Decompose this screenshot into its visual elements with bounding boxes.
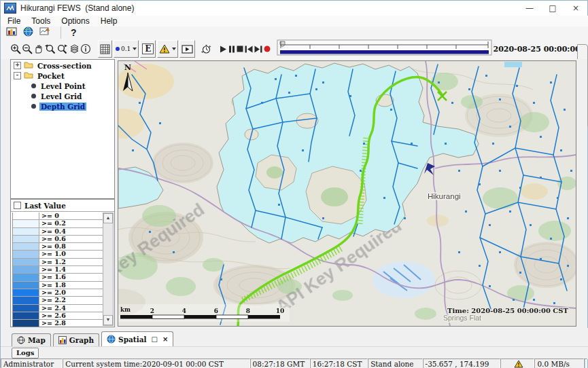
folder-icon <box>24 61 33 70</box>
timer-settings-icon[interactable] <box>201 41 212 57</box>
legend-scrollbar[interactable]: ▲ ▼ <box>103 213 114 326</box>
legend-toggle-button[interactable]: E <box>140 40 156 58</box>
spatial-map[interactable]: API Key Required API Key Required <box>118 60 576 327</box>
svg-text:km: km <box>120 306 131 313</box>
status-memory: 2.5 GB <box>584 358 587 368</box>
legend-swatch <box>13 282 39 289</box>
status-local-time: 16:27:18 CST <box>310 358 368 368</box>
map-display-globe-icon[interactable] <box>23 26 33 39</box>
logs-row: Logs <box>1 346 588 359</box>
play-button[interactable] <box>219 41 228 56</box>
animation-window-button[interactable] <box>179 40 195 58</box>
current-timestep-label: 2020-08-25 00:00:00 CST <box>493 45 588 54</box>
legend-label: >= 0.6 <box>39 236 103 242</box>
last-value-checkbox[interactable] <box>14 202 21 209</box>
status-system-time: Current system time:2020-09-01 00:00 CST <box>63 358 249 368</box>
legend-swatch <box>13 213 39 219</box>
minimize-button[interactable]: — <box>518 1 541 16</box>
window-title: Hikurangi FEWS (Stand alone) <box>20 3 134 13</box>
legend-swatch <box>13 243 39 250</box>
collapse-icon[interactable]: - <box>14 72 21 79</box>
tree-item-level-point[interactable]: Level Point <box>11 81 114 90</box>
contour-threshold-dropdown[interactable]: 0.1 <box>114 40 139 58</box>
status-coordinates: -35.657 , 174.199 <box>423 358 501 368</box>
tab-graph[interactable]: Graph <box>53 333 99 346</box>
legend-swatch <box>13 312 39 319</box>
grid-display-button[interactable] <box>98 40 112 58</box>
scroll-down-icon[interactable]: ▼ <box>103 315 113 325</box>
record-button[interactable] <box>263 41 271 56</box>
memory-label: 2.5 GB <box>587 360 587 368</box>
legend-swatch <box>13 320 39 327</box>
tab-map[interactable]: Map <box>12 333 51 346</box>
menu-file[interactable]: File <box>7 16 20 26</box>
map-time-label: Time: 2020-08-25 00:00:00 CST <box>447 307 569 314</box>
tree-item-depth-grid[interactable]: Depth Grid <box>11 102 114 111</box>
skip-to-start-button[interactable] <box>244 41 254 56</box>
menu-help[interactable]: Help <box>101 16 118 26</box>
tab-spatial-label: Spatial <box>118 335 146 344</box>
scroll-up-icon[interactable]: ▲ <box>103 213 113 223</box>
tab-spatial[interactable]: Spatial □ × <box>101 331 173 346</box>
tree-item-pocket[interactable]: - Pocket <box>11 71 114 80</box>
legend-row: >= 1.6 <box>13 274 103 281</box>
folder-open-icon <box>24 71 33 80</box>
tree-item-level-grid[interactable]: Level Grid <box>11 92 114 100</box>
legend-label: >= 2.2 <box>39 297 103 303</box>
node-bullet-icon <box>31 94 36 98</box>
legend-panel: Last Value >= 0 >= 0.2 >= 0.4 >= 0.6 >= … <box>10 199 115 327</box>
legend-row: >= 2.8 <box>13 320 103 327</box>
legend-swatch <box>13 289 39 296</box>
warning-dropdown-button[interactable] <box>157 40 178 58</box>
menu-options[interactable]: Options <box>61 16 89 26</box>
spatial-globe-icon <box>107 335 116 344</box>
tree-item-cross-section[interactable]: + Cross-section <box>11 61 114 70</box>
timeseries-chart-icon[interactable] <box>39 26 51 39</box>
status-mode: Stand alone <box>368 358 422 368</box>
warning-icon <box>514 360 523 368</box>
title-bar: Hikurangi FEWS (Stand alone) — □ × <box>1 1 587 16</box>
pause-button[interactable] <box>228 41 236 56</box>
explorer-icon[interactable] <box>6 26 17 39</box>
info-button[interactable] <box>80 41 91 57</box>
legend-e-icon: E <box>142 43 154 54</box>
warning-icon <box>159 44 170 54</box>
help-button[interactable]: ? <box>71 27 77 38</box>
zoom-previous-button[interactable] <box>44 41 56 57</box>
close-button[interactable]: × <box>564 1 587 16</box>
maximize-button[interactable]: □ <box>541 1 564 16</box>
top-toolbar: ? <box>1 26 588 39</box>
menu-tools[interactable]: Tools <box>31 16 50 26</box>
logs-button[interactable]: Logs <box>12 348 39 358</box>
threshold-dot-icon <box>116 47 120 51</box>
tab-maximize-icon[interactable]: □ <box>151 335 157 343</box>
legend-label: >= 2.4 <box>39 305 103 312</box>
svg-text:N: N <box>124 63 131 72</box>
legend-label: >= 0.4 <box>39 228 103 235</box>
expand-icon[interactable]: + <box>14 62 21 69</box>
zoom-next-button[interactable] <box>56 41 69 57</box>
status-bar: Administrator Current system time:2020-0… <box>1 358 587 368</box>
legend-row: >= 0.2 <box>13 220 103 227</box>
time-slider[interactable] <box>277 39 493 59</box>
legend-swatch <box>13 259 39 265</box>
skip-to-end-button[interactable] <box>254 41 263 56</box>
main-area: + Cross-section - Pocket Level Point Lev… <box>1 59 587 328</box>
layers-icon[interactable] <box>69 41 80 57</box>
filters-tree-panel: + Cross-section - Pocket Level Point Lev… <box>10 59 115 199</box>
tree-item-label: Cross-section <box>36 62 93 70</box>
tree-item-label: Level Grid <box>39 92 83 100</box>
globe-wire-icon <box>17 336 25 344</box>
stop-button[interactable] <box>236 41 244 56</box>
tree-item-label: Pocket <box>36 72 66 80</box>
legend-label: >= 0 <box>39 213 103 219</box>
legend-row: >= 2.2 <box>13 297 103 304</box>
tab-close-icon[interactable]: × <box>162 335 168 343</box>
pan-hand-icon[interactable] <box>33 41 44 57</box>
legend-swatch <box>13 251 39 257</box>
zoom-in-button[interactable] <box>10 41 22 57</box>
zoom-out-button[interactable] <box>22 41 33 57</box>
tree-item-label: Level Point <box>39 82 87 90</box>
legend-swatch <box>13 274 39 280</box>
status-warning-cell[interactable] <box>500 358 534 368</box>
